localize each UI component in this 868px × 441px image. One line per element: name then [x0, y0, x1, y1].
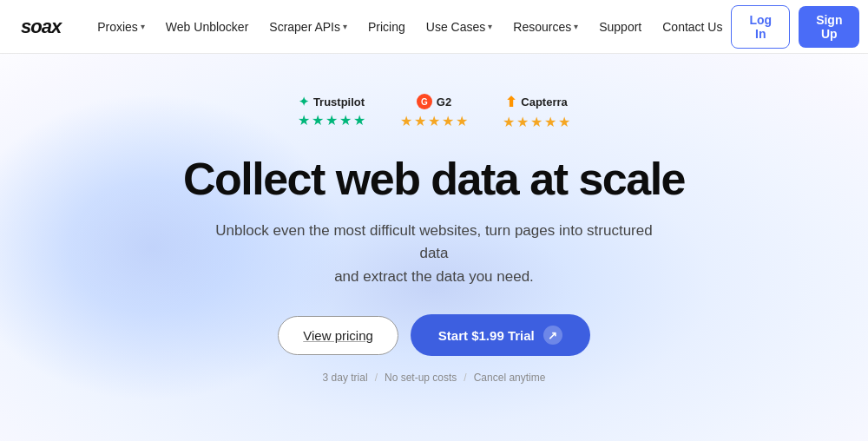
nav-item-proxies[interactable]: Proxies ▾ — [89, 15, 154, 39]
chevron-icon: ▾ — [488, 22, 492, 31]
signup-button[interactable]: Sign Up — [799, 6, 859, 48]
hero-headline: Collect web data at scale — [0, 155, 868, 204]
hero-content: ✦ Trustpilot ★ ★ ★ ★ ★ G G2 ★ — [0, 94, 868, 384]
nav-item-pricing[interactable]: Pricing — [359, 15, 414, 39]
disclaimer-row: 3 day trial / No set-up costs / Cancel a… — [0, 372, 868, 384]
capterra-stars: ★ ★ ★ ★ ★ — [503, 114, 570, 130]
ratings-row: ✦ Trustpilot ★ ★ ★ ★ ★ G G2 ★ — [0, 94, 868, 130]
g2-rating: G G2 ★ ★ ★ ★ ★ — [400, 94, 468, 129]
trustpilot-rating: ✦ Trustpilot ★ ★ ★ ★ ★ — [298, 95, 365, 128]
capterra-icon: ⬆ — [505, 94, 516, 110]
login-button[interactable]: Log In — [731, 5, 790, 49]
nav-actions: Log In Sign Up — [731, 5, 859, 49]
cta-row: View pricing Start $1.99 Trial ↗ — [0, 314, 868, 356]
nav-item-use-cases[interactable]: Use Cases ▾ — [418, 15, 501, 39]
navbar: soax Proxies ▾ Web Unblocker Scraper API… — [0, 0, 868, 54]
capterra-rating: ⬆ Capterra ★ ★ ★ ★ ★ — [503, 94, 570, 130]
nav-item-support[interactable]: Support — [590, 15, 650, 39]
nav-item-contact[interactable]: Contact Us — [654, 15, 731, 39]
chevron-icon: ▾ — [141, 22, 145, 31]
nav-links: Proxies ▾ Web Unblocker Scraper APIs ▾ P… — [89, 15, 731, 39]
hero-section: ✦ Trustpilot ★ ★ ★ ★ ★ G G2 ★ — [0, 54, 868, 441]
g2-icon: G — [417, 94, 432, 109]
nav-item-web-unblocker[interactable]: Web Unblocker — [157, 15, 257, 39]
start-trial-button[interactable]: Start $1.99 Trial ↗ — [411, 314, 590, 356]
chevron-icon: ▾ — [574, 22, 578, 31]
arrow-icon: ↗ — [543, 326, 562, 345]
view-pricing-button[interactable]: View pricing — [278, 316, 398, 355]
nav-item-scraper-apis[interactable]: Scraper APIs ▾ — [260, 15, 356, 39]
hero-subheadline: Unblock even the most difficult websites… — [208, 220, 660, 288]
trustpilot-stars: ★ ★ ★ ★ ★ — [298, 112, 365, 128]
chevron-icon: ▾ — [343, 22, 347, 31]
trustpilot-icon: ✦ — [299, 95, 309, 109]
g2-stars: ★ ★ ★ ★ ★ — [400, 113, 468, 129]
nav-item-resources[interactable]: Resources ▾ — [504, 15, 587, 39]
logo[interactable]: soax — [21, 16, 61, 38]
